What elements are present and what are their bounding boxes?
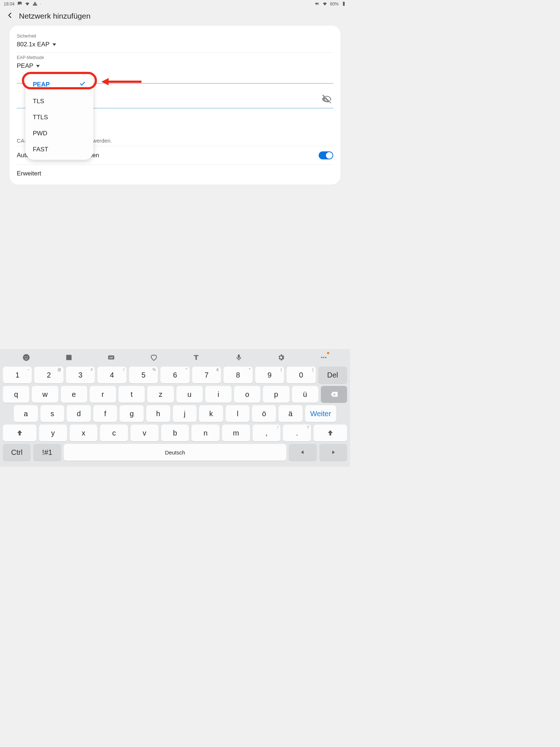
dot-status-icon: · bbox=[40, 1, 41, 7]
key-1[interactable]: 1− bbox=[3, 367, 32, 383]
menu-item-tls[interactable]: TLS bbox=[26, 93, 93, 109]
menu-item-pwd[interactable]: PWD bbox=[26, 125, 93, 142]
key-r[interactable]: r bbox=[90, 386, 116, 403]
key-symbols[interactable]: !#1 bbox=[33, 444, 61, 461]
key-n[interactable]: n bbox=[191, 425, 219, 441]
svg-point-9 bbox=[325, 357, 326, 358]
key-0[interactable]: 0) bbox=[287, 367, 315, 383]
check-icon bbox=[79, 80, 86, 89]
key-weiter[interactable]: Weiter bbox=[305, 405, 336, 422]
sticker-icon[interactable] bbox=[65, 353, 73, 363]
chevron-down-icon bbox=[36, 65, 40, 67]
eap-method-dropdown[interactable]: PEAP bbox=[17, 62, 333, 70]
key-del[interactable]: Del bbox=[318, 367, 347, 383]
key-3[interactable]: 3# bbox=[66, 367, 95, 383]
key-8[interactable]: 8* bbox=[223, 367, 252, 383]
key-2[interactable]: 2@ bbox=[34, 367, 63, 383]
security-value: 802.1x EAP bbox=[17, 41, 50, 48]
text-tool-icon[interactable] bbox=[192, 353, 200, 363]
keyboard-toolbar: GIF bbox=[3, 352, 347, 367]
security-dropdown[interactable]: 802.1x EAP bbox=[17, 41, 333, 48]
security-label: Sicherheit bbox=[17, 34, 333, 39]
key-w[interactable]: w bbox=[32, 386, 58, 403]
status-bar: 18:04 · 80% bbox=[0, 0, 350, 8]
key-a[interactable]: a bbox=[14, 405, 38, 422]
key-l[interactable]: l bbox=[226, 405, 250, 422]
menu-item-fast[interactable]: FAST bbox=[26, 142, 93, 158]
eap-method-menu: PEAP TLS TTLS PWD FAST bbox=[26, 73, 93, 160]
key-f[interactable]: f bbox=[93, 405, 117, 422]
more-icon[interactable] bbox=[320, 353, 328, 363]
mute-status-icon bbox=[315, 1, 320, 7]
key-g[interactable]: g bbox=[120, 405, 144, 422]
key-c[interactable]: c bbox=[100, 425, 128, 441]
svg-point-3 bbox=[25, 356, 26, 357]
key-ö[interactable]: ö bbox=[252, 405, 276, 422]
key-h[interactable]: h bbox=[146, 405, 170, 422]
menu-item-ttls[interactable]: TTLS bbox=[26, 109, 93, 125]
on-screen-keyboard: GIF 1−2@3#4/5%6^7&8*9(0)Del qwertzuiopü … bbox=[0, 349, 350, 467]
key-p[interactable]: p bbox=[263, 386, 289, 403]
key-y[interactable]: y bbox=[39, 425, 67, 441]
key-t[interactable]: t bbox=[118, 386, 145, 403]
key-e[interactable]: e bbox=[61, 386, 87, 403]
auto-reconnect-toggle[interactable] bbox=[319, 151, 333, 159]
visibility-off-icon[interactable] bbox=[322, 94, 332, 106]
advanced-row[interactable]: Erweitert bbox=[17, 165, 333, 182]
wifi-signal-icon bbox=[322, 1, 327, 7]
chevron-down-icon bbox=[52, 43, 56, 46]
key-backspace[interactable] bbox=[321, 386, 347, 403]
warning-status-icon bbox=[32, 1, 38, 7]
security-section: Sicherheit 802.1x EAP bbox=[17, 31, 333, 53]
svg-text:GIF: GIF bbox=[109, 356, 113, 359]
key-u[interactable]: u bbox=[176, 386, 203, 403]
svg-point-7 bbox=[321, 357, 322, 358]
mic-icon[interactable] bbox=[235, 353, 243, 363]
key-ä[interactable]: ä bbox=[279, 405, 303, 422]
key-4[interactable]: 4/ bbox=[97, 367, 126, 383]
key-space[interactable]: Deutsch bbox=[64, 444, 287, 461]
key-i[interactable]: i bbox=[205, 386, 232, 403]
key-q[interactable]: q bbox=[3, 386, 29, 403]
wifi-status-icon bbox=[25, 1, 30, 7]
key-o[interactable]: o bbox=[234, 386, 260, 403]
key-ü[interactable]: ü bbox=[292, 386, 318, 403]
eap-method-label: EAP-Methode bbox=[17, 55, 333, 60]
keyboard-row-3: yxcvbnm,!.? bbox=[3, 425, 347, 441]
keyboard-row-2: asdfghjklöäWeiter bbox=[3, 405, 347, 422]
key-9[interactable]: 9( bbox=[255, 367, 284, 383]
emoji-icon[interactable] bbox=[22, 353, 30, 363]
gear-icon[interactable] bbox=[277, 353, 285, 363]
key-k[interactable]: k bbox=[199, 405, 223, 422]
key-6[interactable]: 6^ bbox=[160, 367, 189, 383]
battery-icon bbox=[341, 1, 346, 7]
key-m[interactable]: m bbox=[222, 425, 250, 441]
keyboard-row-1: qwertzuiopü bbox=[3, 386, 347, 403]
key-d[interactable]: d bbox=[67, 405, 91, 422]
key-s[interactable]: s bbox=[40, 405, 65, 422]
key-comma[interactable]: ,! bbox=[253, 425, 281, 441]
key-ctrl[interactable]: Ctrl bbox=[3, 444, 31, 461]
key-7[interactable]: 7& bbox=[192, 367, 221, 383]
svg-point-2 bbox=[23, 354, 30, 361]
heart-icon[interactable] bbox=[150, 353, 158, 363]
svg-point-8 bbox=[323, 357, 324, 358]
eap-method-value: PEAP bbox=[17, 62, 33, 70]
key-z[interactable]: z bbox=[147, 386, 174, 403]
battery-pct: 80% bbox=[330, 1, 339, 7]
key-v[interactable]: v bbox=[131, 425, 159, 441]
key-shift-left[interactable] bbox=[3, 425, 36, 441]
key-shift-right[interactable] bbox=[314, 425, 347, 441]
svg-point-4 bbox=[27, 356, 28, 357]
picture-status-icon bbox=[17, 1, 22, 7]
back-button[interactable] bbox=[7, 12, 14, 20]
menu-item-peap[interactable]: PEAP bbox=[26, 76, 93, 93]
key-cursor-left[interactable] bbox=[289, 444, 316, 461]
key-j[interactable]: j bbox=[173, 405, 197, 422]
key-period[interactable]: .? bbox=[283, 425, 311, 441]
key-x[interactable]: x bbox=[70, 425, 98, 441]
key-cursor-right[interactable] bbox=[319, 444, 347, 461]
key-b[interactable]: b bbox=[161, 425, 189, 441]
key-5[interactable]: 5% bbox=[129, 367, 158, 383]
gif-icon[interactable]: GIF bbox=[107, 353, 115, 363]
